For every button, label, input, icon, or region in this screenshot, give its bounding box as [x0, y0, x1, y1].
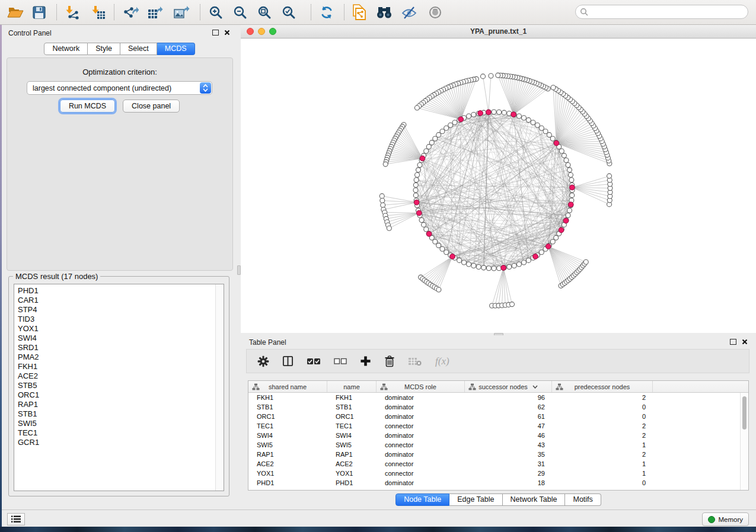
graph-node[interactable]	[433, 239, 438, 244]
refresh-button[interactable]	[317, 3, 336, 22]
cell[interactable]: 0	[552, 413, 653, 420]
table-row[interactable]: TEC1TEC1connector472	[248, 421, 748, 431]
tab-network-table[interactable]: Network Table	[503, 493, 566, 506]
cell[interactable]: ACE2	[327, 460, 377, 467]
cell[interactable]: 61	[465, 413, 552, 420]
graph-node[interactable]	[569, 178, 574, 182]
graph-node[interactable]	[433, 136, 438, 141]
search-input[interactable]	[589, 7, 748, 17]
zoom-in-button[interactable]	[206, 3, 225, 22]
window-close-button[interactable]	[247, 28, 254, 35]
graph-hub-node[interactable]	[458, 117, 464, 122]
zoom-selected-button[interactable]	[279, 3, 298, 22]
cell[interactable]: 2	[552, 432, 653, 439]
memory-button[interactable]: Memory	[702, 512, 749, 526]
mcds-list-scrollbar[interactable]	[215, 284, 224, 491]
graph-node[interactable]	[550, 136, 555, 141]
table-scrollbar[interactable]	[740, 393, 748, 490]
graph-node[interactable]	[444, 250, 449, 255]
column-header-name[interactable]: name	[327, 381, 377, 392]
graph-node[interactable]	[424, 227, 429, 232]
graph-node[interactable]	[440, 246, 445, 251]
cell[interactable]: STB1	[327, 403, 377, 411]
mcds-result-item[interactable]: TEC1	[18, 428, 215, 438]
graph-hub-node[interactable]	[450, 254, 455, 259]
graph-node[interactable]	[467, 262, 471, 267]
cell[interactable]: 43	[465, 441, 552, 448]
show-columns-button[interactable]	[282, 355, 294, 367]
graph-hub-node[interactable]	[486, 110, 491, 115]
cell[interactable]: SWI5	[327, 441, 377, 448]
graph-node[interactable]	[531, 120, 535, 125]
table-row[interactable]: YOX1YOX1connector291	[248, 469, 748, 478]
column-header-MCDS-role[interactable]: MCDS role	[377, 381, 465, 392]
graph-node[interactable]	[512, 264, 516, 268]
cell[interactable]: FKH1	[327, 394, 377, 401]
graph-hub-node[interactable]	[478, 111, 483, 116]
table-settings-button[interactable]	[257, 355, 269, 367]
tab-select[interactable]: Select	[120, 43, 157, 55]
graph-node[interactable]	[570, 193, 575, 198]
graph-leaf-node[interactable]	[381, 203, 385, 207]
cell[interactable]: 1	[552, 441, 653, 448]
cell[interactable]: 1	[552, 470, 653, 477]
cell[interactable]: connector	[377, 441, 465, 448]
cell[interactable]: SWI5	[248, 441, 327, 448]
graph-node[interactable]	[471, 112, 476, 117]
graph-node[interactable]	[526, 118, 531, 123]
graph-leaf-node[interactable]	[510, 302, 515, 307]
close-panel-icon[interactable]	[224, 30, 230, 36]
cell[interactable]: SWI4	[327, 432, 377, 439]
cell[interactable]: dominator	[377, 432, 465, 439]
graph-node[interactable]	[567, 168, 572, 172]
graph-node[interactable]	[424, 149, 429, 153]
mcds-result-item[interactable]: FKH1	[18, 362, 215, 371]
graph-node[interactable]	[497, 110, 502, 114]
window-zoom-button[interactable]	[269, 28, 276, 35]
mcds-result-item[interactable]: GCR1	[18, 438, 215, 447]
tab-motifs[interactable]: Motifs	[565, 493, 601, 506]
graph-node[interactable]	[415, 172, 420, 177]
table-scrollbar-thumb[interactable]	[742, 396, 747, 430]
float-panel-icon[interactable]	[730, 339, 736, 345]
graph-node[interactable]	[467, 114, 471, 118]
graph-hub-node[interactable]	[420, 156, 425, 161]
graph-node[interactable]	[507, 264, 512, 269]
mcds-result-item[interactable]: SWI4	[18, 334, 215, 343]
graph-hub-node[interactable]	[533, 254, 538, 259]
cell[interactable]: RAP1	[327, 451, 377, 458]
cell[interactable]: connector	[377, 470, 465, 477]
mcds-result-item[interactable]: YOX1	[18, 324, 215, 334]
graph-hub-node[interactable]	[546, 244, 551, 249]
cell[interactable]: 46	[465, 432, 552, 439]
graph-leaf-node[interactable]	[414, 105, 419, 110]
cell[interactable]: 62	[465, 403, 552, 411]
task-history-button[interactable]	[7, 513, 25, 525]
column-header-predecessor-nodes[interactable]: predecessor nodes	[552, 381, 653, 392]
optimization-criterion-select[interactable]: largest connected component (undirected)	[27, 81, 212, 95]
open-session-button[interactable]	[6, 3, 25, 22]
cell[interactable]: ORC1	[327, 413, 377, 420]
mcds-result-list[interactable]: PHD1CAR1STP4TID3YOX1SWI4SRD1PMA2FKH1ACE2…	[14, 284, 224, 491]
mcds-result-item[interactable]: SRD1	[18, 343, 215, 352]
graph-node[interactable]	[516, 262, 521, 267]
table-row[interactable]: ACE2ACE2connector311	[248, 459, 748, 469]
mcds-result-item[interactable]: STB1	[18, 409, 215, 419]
tab-node-table[interactable]: Node Table	[395, 493, 449, 506]
window-minimize-button[interactable]	[258, 28, 265, 35]
column-header-successor-nodes[interactable]: successor nodes	[465, 381, 552, 392]
cell[interactable]: 0	[552, 479, 653, 486]
cell[interactable]: 1	[552, 460, 653, 467]
graph-node[interactable]	[550, 239, 555, 244]
run-mcds-button[interactable]: Run MCDS	[60, 100, 115, 113]
graph-leaf-node[interactable]	[583, 259, 588, 264]
close-panel-icon[interactable]	[742, 339, 748, 345]
graph-node[interactable]	[471, 264, 476, 268]
graph-node[interactable]	[476, 264, 481, 269]
cell[interactable]: RAP1	[248, 451, 327, 458]
graph-leaf-node[interactable]	[379, 194, 384, 198]
network-from-document-button[interactable]	[349, 3, 368, 22]
deselect-all-button[interactable]	[334, 358, 347, 365]
graph-node[interactable]	[481, 265, 486, 270]
graph-hub-node[interactable]	[414, 200, 419, 205]
